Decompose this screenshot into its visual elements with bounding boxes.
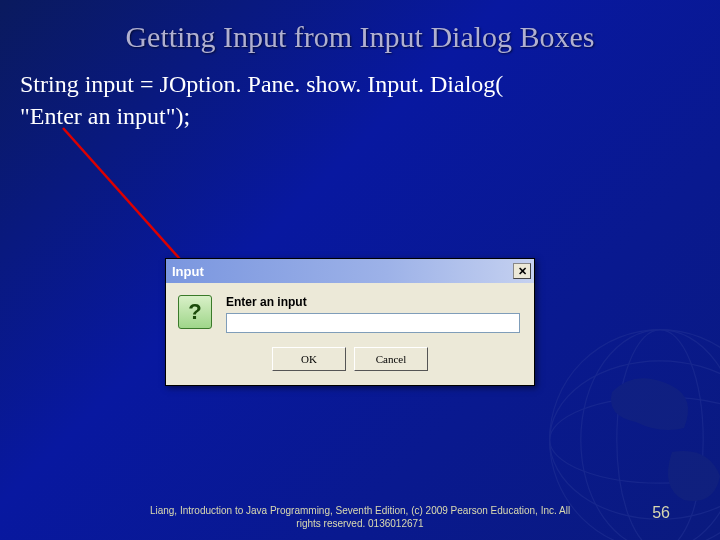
code-line-2: "Enter an input");: [20, 100, 700, 132]
question-icon: ?: [178, 295, 212, 329]
close-icon: ✕: [518, 265, 527, 278]
dialog-title: Input: [172, 264, 204, 279]
page-number: 56: [652, 504, 670, 522]
dialog-body: ? Enter an input: [166, 283, 534, 339]
input-dialog: Input ✕ ? Enter an input OK Cancel: [165, 258, 535, 386]
ok-button[interactable]: OK: [272, 347, 346, 371]
prompt-label: Enter an input: [226, 295, 520, 309]
footer-line-1: Liang, Introduction to Java Programming,…: [0, 504, 720, 517]
code-snippet: String input = JOption. Pane. show. Inpu…: [0, 54, 720, 133]
cancel-button[interactable]: Cancel: [354, 347, 428, 371]
dialog-titlebar[interactable]: Input ✕: [166, 259, 534, 283]
prompt-area: Enter an input: [226, 295, 520, 333]
slide-title: Getting Input from Input Dialog Boxes: [0, 0, 720, 54]
footer-citation: Liang, Introduction to Java Programming,…: [0, 504, 720, 530]
text-input[interactable]: [226, 313, 520, 333]
close-button[interactable]: ✕: [513, 263, 531, 279]
code-line-1: String input = JOption. Pane. show. Inpu…: [20, 68, 700, 100]
button-row: OK Cancel: [166, 339, 534, 385]
footer-line-2: rights reserved. 0136012671: [0, 517, 720, 530]
